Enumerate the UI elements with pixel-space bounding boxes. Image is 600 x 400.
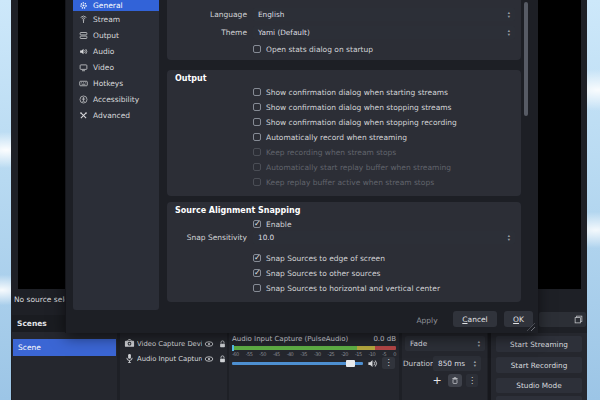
sidebar-item-video[interactable]: Video	[73, 59, 159, 75]
microphone-icon	[124, 353, 135, 364]
gear-icon	[79, 1, 88, 10]
output-checkbox-row[interactable]: Show confirmation dialog when stopping s…	[253, 102, 451, 112]
checkbox[interactable]	[253, 220, 261, 228]
checkbox-label: Show confirmation dialog when stopping r…	[266, 118, 457, 127]
monitor-icon	[79, 63, 88, 72]
checkbox[interactable]	[253, 103, 261, 111]
checkbox[interactable]	[253, 45, 261, 53]
mixer-menu-kebab-button[interactable]: ⋮	[382, 357, 395, 369]
checkbox-label: Open stats dialog on startup	[266, 45, 373, 54]
sidebar-item-label: Output	[93, 31, 119, 40]
trash-icon	[451, 376, 459, 385]
language-value: English	[258, 10, 284, 19]
checkbox-label: Show confirmation dialog when stopping s…	[266, 103, 451, 112]
output-checkbox-row: Keep recording when stream stops	[253, 147, 396, 157]
transition-select[interactable]: Fade	[405, 336, 485, 351]
scene-list-item[interactable]: Scene	[13, 339, 116, 356]
volume-slider-track[interactable]	[232, 362, 363, 365]
checkbox-label: Snap Sources to other sources	[266, 269, 380, 278]
add-transition-button[interactable]: +	[431, 374, 443, 387]
theme-value: Yami (Default)	[258, 28, 310, 37]
source-row[interactable]: Audio Input Capture (	[120, 351, 227, 366]
language-select[interactable]: English	[253, 8, 515, 21]
checkbox[interactable]	[253, 133, 261, 141]
checkbox[interactable]	[253, 88, 261, 96]
checkbox-label: Show confirmation dialog when starting s…	[266, 88, 448, 97]
sidebar-item-hotkeys[interactable]: Hotkeys	[73, 75, 159, 91]
volume-slider-handle[interactable]	[346, 360, 355, 367]
remove-transition-button[interactable]	[448, 374, 462, 387]
source-row[interactable]: Video Capture Device	[120, 336, 227, 351]
float-icon[interactable]	[574, 315, 583, 324]
cancel-button[interactable]: Cancel	[453, 311, 497, 327]
language-label: Language	[167, 10, 247, 19]
spinner-arrows-icon[interactable]	[474, 360, 476, 368]
checkbox[interactable]	[253, 254, 261, 262]
checkbox-label: Snap Sources to horizontal and vertical …	[266, 284, 440, 293]
source-name: Audio Input Capture (	[137, 355, 202, 363]
checkbox	[253, 148, 261, 156]
checkbox[interactable]	[253, 269, 261, 277]
output-checkbox-row[interactable]: Show confirmation dialog when stopping r…	[253, 117, 457, 127]
transition-value: Fade	[410, 339, 427, 348]
studio-mode-button[interactable]: Studio Mode	[496, 378, 582, 393]
lock-icon[interactable]	[218, 354, 227, 364]
output-checkbox-row: Keep replay buffer active when stream st…	[253, 177, 434, 187]
spinner-arrows-icon[interactable]	[508, 11, 510, 19]
settings-scrollbar[interactable]	[524, 2, 528, 116]
duration-value: 850 ms	[438, 359, 465, 368]
checkbox-label: Keep recording when stream stops	[266, 148, 396, 157]
start-recording-button[interactable]: Start Recording	[496, 357, 582, 373]
speaker-icon[interactable]	[367, 358, 378, 369]
visibility-eye-icon[interactable]	[204, 339, 214, 349]
ok-button[interactable]: OK	[504, 311, 533, 327]
settings-button[interactable]: Settings	[496, 396, 582, 400]
spinner-arrows-icon[interactable]	[508, 29, 510, 37]
settings-sidebar: General Stream Output	[73, 0, 159, 310]
duration-spinbox[interactable]: 850 ms	[433, 356, 481, 371]
theme-label: Theme	[167, 28, 247, 37]
snapping-checkbox-row[interactable]: Snap Sources to other sources	[253, 268, 380, 278]
snapping-checkbox-row[interactable]: Snap Sources to horizontal and vertical …	[253, 283, 440, 293]
controls-dock: Start Streaming Start Recording Studio M…	[491, 333, 587, 400]
source-name: Video Capture Device	[137, 340, 202, 348]
snap-sensitivity-spinbox[interactable]: 10.0	[253, 231, 515, 244]
checkbox	[253, 178, 261, 186]
audio-mixer-dock: Audio Input Capture (PulseAudio) 0.0 dB …	[229, 333, 399, 400]
checkbox[interactable]	[253, 118, 261, 126]
broadcast-icon	[79, 15, 88, 24]
checkbox-label: Enable	[266, 220, 292, 229]
sources-dock: Video Capture Device Audio Input Capture…	[120, 333, 227, 400]
checkbox-label: Snap Sources to edge of screen	[266, 254, 385, 263]
output-checkbox-row[interactable]: Show confirmation dialog when starting s…	[253, 87, 448, 97]
dock-header-strip[interactable]	[539, 312, 586, 327]
sidebar-item-audio[interactable]: Audio	[73, 43, 159, 59]
sidebar-item-accessibility[interactable]: Accessibility	[73, 91, 159, 107]
apply-button[interactable]: Apply	[411, 314, 443, 328]
spinner-arrows-icon[interactable]	[508, 234, 510, 242]
spinner-arrows-icon[interactable]	[478, 340, 480, 348]
sidebar-item-advanced[interactable]: Advanced	[73, 107, 159, 123]
meter-tick-labels: -60-55-50-45-40-35-30-25-20-15-10-50	[232, 351, 396, 357]
visibility-eye-icon[interactable]	[204, 354, 214, 364]
output-group-title: Output	[175, 74, 207, 83]
lock-icon[interactable]	[218, 339, 227, 349]
accessibility-person-icon	[79, 95, 88, 104]
output-checkbox-row[interactable]: Automatically record when streaming	[253, 132, 407, 142]
checkbox	[253, 163, 261, 171]
transition-menu-kebab-button[interactable]: ⋮	[466, 374, 478, 387]
snapping-enable-row[interactable]: Enable	[253, 219, 292, 229]
theme-select[interactable]: Yami (Default)	[253, 26, 515, 39]
sidebar-item-stream[interactable]: Stream	[73, 11, 159, 27]
sidebar-item-label: Audio	[93, 47, 114, 56]
tools-icon	[79, 111, 88, 120]
checkbox[interactable]	[253, 284, 261, 292]
sidebar-item-output[interactable]: Output	[73, 27, 159, 43]
sidebar-item-label: General	[93, 1, 123, 10]
settings-panel: Language English Theme Yami (Default) O	[167, 0, 521, 333]
sidebar-item-general[interactable]: General	[73, 0, 159, 11]
snapping-checkbox-row[interactable]: Snap Sources to edge of screen	[253, 253, 385, 263]
start-streaming-button[interactable]: Start Streaming	[496, 336, 582, 352]
open-stats-checkbox-row[interactable]: Open stats dialog on startup	[253, 44, 373, 54]
snapping-group: Source Alignment Snapping Enable Snap Se…	[167, 202, 521, 302]
